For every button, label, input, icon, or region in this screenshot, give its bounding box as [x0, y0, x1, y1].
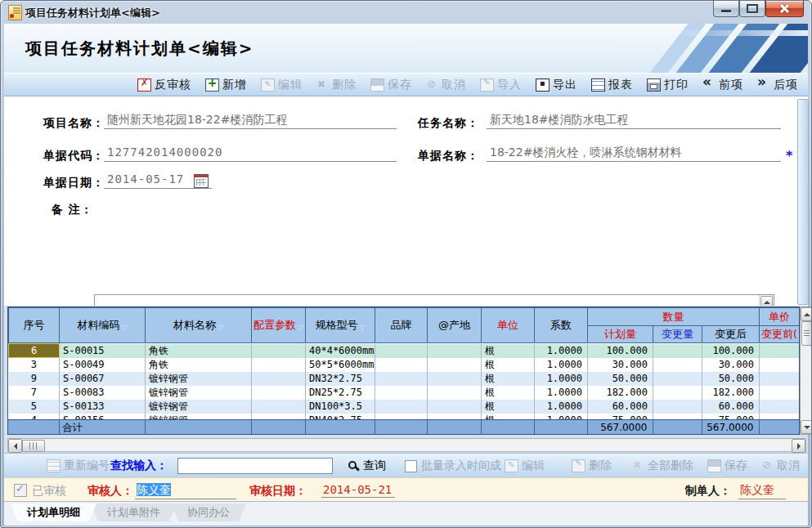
- col-unit-header: 单位: [482, 308, 535, 343]
- table-vscroll[interactable]: [800, 307, 812, 435]
- audit-date-field[interactable]: 2014-05-21: [321, 483, 395, 498]
- query-label: 查询: [363, 459, 386, 473]
- batch-entry-checkbox[interactable]: 批量录入时间成: [405, 459, 501, 473]
- after-change-total: 567.0000: [702, 420, 759, 436]
- project-name-field[interactable]: 随州新天地花园18-22#楼消防工程: [104, 113, 397, 129]
- detail-save-button[interactable]: 保存: [707, 459, 747, 473]
- search-label-item: 查找输入：: [110, 459, 168, 473]
- remark-label: 备 注：: [52, 203, 93, 217]
- prev-icon: [702, 79, 716, 91]
- next-item-button[interactable]: 后项: [757, 78, 798, 92]
- col-name-header[interactable]: 材料名称▽: [146, 308, 252, 343]
- save-button[interactable]: 保存: [370, 78, 412, 92]
- checkbox-icon: [405, 460, 417, 472]
- total-label: 合计: [59, 420, 145, 436]
- table-row[interactable]: 6S-00015角铁40*4*6000mm根1.0000100.000100.0…: [9, 344, 800, 358]
- cancel-button[interactable]: 取消: [426, 78, 466, 92]
- delete-all-label: 全部删除: [648, 459, 693, 473]
- table-vscroll-down-button[interactable]: [801, 420, 812, 434]
- unapprove-icon: [137, 78, 151, 92]
- table-hscroll[interactable]: [7, 438, 806, 452]
- table-row[interactable]: 3S-00049角铁50*5*6000mm根1.000030.00030.000: [9, 358, 800, 372]
- grid-body: 6S-00015角铁40*4*6000mm根1.0000100.000100.0…: [8, 343, 799, 419]
- status-bar: 已审核 审核人： 陈义奎 审核日期： 2014-05-21 制单人： 陈义奎: [4, 477, 808, 502]
- task-name-label: 任务名称：: [418, 116, 479, 131]
- unapprove-button[interactable]: 反审核: [137, 78, 191, 92]
- col-code-header[interactable]: 材料编码▽: [60, 308, 146, 343]
- tab-collaboration[interactable]: 协同办公: [171, 503, 246, 521]
- print-button[interactable]: 打印: [647, 78, 689, 92]
- delete-all-icon: [632, 460, 644, 472]
- table-row[interactable]: 9S-00067镀锌钢管DN32*2.75根1.000050.00050.000: [9, 372, 800, 386]
- tab-plan-detail[interactable]: 计划单明细: [11, 503, 96, 521]
- export-button[interactable]: 导出: [536, 78, 577, 92]
- add-label: 新增: [222, 78, 247, 92]
- task-name-field[interactable]: 新天地18#楼消防水电工程: [487, 113, 781, 129]
- print-icon: [647, 78, 661, 92]
- prev-item-button[interactable]: 前项: [702, 78, 743, 92]
- form-right-scroll-strip[interactable]: [797, 99, 809, 305]
- table-row[interactable]: 5S-00133镀锌钢管DN100*3.5根1.000060.00060.000: [9, 400, 800, 414]
- table-vscroll-thumb[interactable]: [801, 321, 812, 346]
- project-name-label: 项目名称：: [43, 116, 105, 131]
- materials-grid: 序号 材料编码▽ 材料名称▽ 配置参数▽ 规格型号▽ 品牌 @产地 单位 系数 …: [7, 307, 800, 435]
- doc-name-field[interactable]: 18-22#楼消火栓，喷淋系统钢材材料: [487, 145, 781, 162]
- close-button[interactable]: [765, 1, 804, 17]
- creator-field[interactable]: 陈义奎: [738, 483, 786, 499]
- search-input[interactable]: [177, 458, 333, 474]
- table-hscroll-right-button[interactable]: [792, 439, 805, 453]
- renumber-icon: [47, 459, 61, 472]
- required-asterisk: *: [786, 148, 792, 163]
- doc-name-label: 单据名称：: [418, 149, 479, 163]
- col-config-header[interactable]: 配置参数▽: [252, 308, 306, 343]
- auditor-value: 陈义奎: [137, 483, 171, 496]
- tab-plan-attachment[interactable]: 计划单附件: [91, 503, 177, 521]
- col-brand-header: 品牌: [375, 308, 428, 343]
- batch-entry-label: 批量录入时间成: [421, 459, 501, 473]
- col-spec-header[interactable]: 规格型号▽: [306, 308, 375, 343]
- doc-code-field[interactable]: 127742014000020: [104, 145, 397, 162]
- report-icon: [591, 78, 605, 92]
- import-label: 导入: [497, 78, 522, 92]
- table-row[interactable]: 4S-00156镀锌钢管DN40*2.75根1.000075.00075.000: [9, 414, 800, 420]
- auditor-field[interactable]: 陈义奎: [135, 483, 236, 499]
- import-icon: [480, 78, 494, 92]
- cancel-icon: [426, 79, 438, 91]
- renumber-button[interactable]: 重新编号: [47, 459, 110, 473]
- sort-icon: ▽: [122, 324, 128, 332]
- add-icon: [205, 78, 219, 92]
- cancel-icon: [761, 460, 774, 472]
- doc-date-label: 单据日期：: [43, 176, 105, 190]
- import-button[interactable]: 导入: [480, 78, 522, 92]
- qty-group-header: 数量: [588, 308, 760, 326]
- app-icon: [8, 5, 22, 20]
- detail-save-label: 保存: [725, 459, 747, 473]
- title-bar[interactable]: 项目任务材料计划单<编辑>: [1, 1, 811, 24]
- add-button[interactable]: 新增: [205, 78, 247, 92]
- save-label: 保存: [388, 78, 412, 92]
- table-row[interactable]: 7S-00083镀锌钢管DN25*2.75根1.0000182.000182.0…: [9, 386, 800, 400]
- table-vscroll-up-button[interactable]: [801, 307, 812, 321]
- prev-label: 前项: [719, 78, 743, 92]
- approved-checkbox[interactable]: [14, 484, 27, 497]
- delete-button[interactable]: 删除: [316, 78, 357, 92]
- minimize-button[interactable]: [713, 1, 739, 17]
- maximize-button[interactable]: [739, 1, 765, 17]
- calendar-icon[interactable]: [194, 174, 209, 188]
- edit-button[interactable]: 编辑: [261, 78, 303, 92]
- delete-all-button[interactable]: 全部删除: [632, 459, 693, 473]
- unapprove-label: 反审核: [155, 78, 191, 92]
- table-hscroll-thumb[interactable]: [22, 440, 45, 452]
- report-button[interactable]: 报表: [591, 78, 633, 92]
- query-button[interactable]: 查询: [348, 459, 386, 473]
- sort-icon: ▽: [298, 324, 303, 332]
- bottom-tab-bar: 计划单明细 计划单附件 协同办公: [4, 501, 808, 526]
- sort-icon: ▽: [218, 324, 223, 332]
- table-hscroll-left-button[interactable]: [8, 439, 22, 453]
- detail-delete-button[interactable]: 删除: [572, 459, 612, 473]
- window-title: 项目任务材料计划单<编辑>: [25, 6, 160, 20]
- detail-edit-button[interactable]: 编辑: [505, 459, 545, 473]
- detail-cancel-button[interactable]: 取消: [761, 459, 800, 473]
- cancel-label: 取消: [442, 78, 466, 92]
- edit-icon: [505, 459, 518, 472]
